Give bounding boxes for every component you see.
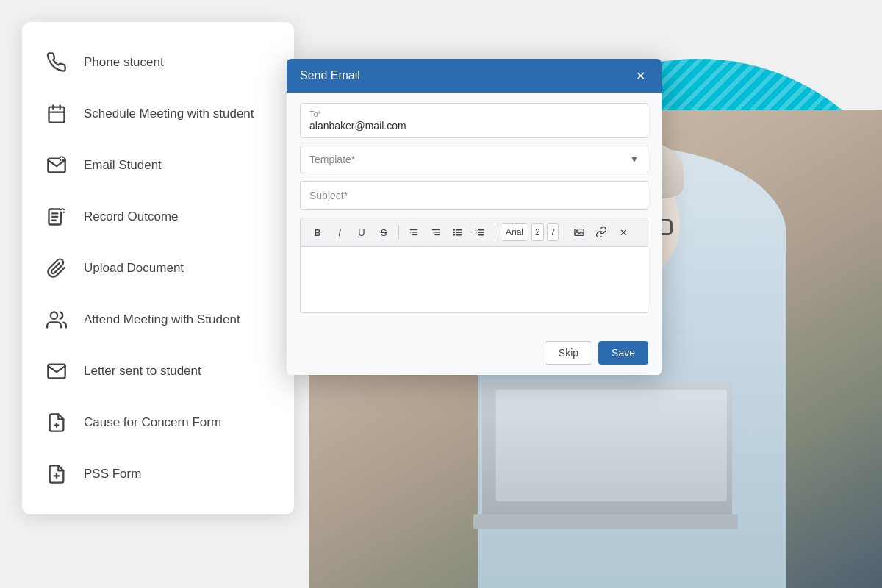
modal-title: Send Email [300, 69, 360, 82]
svg-rect-29 [456, 232, 462, 233]
envelope-icon [43, 357, 71, 385]
clip-icon [43, 254, 71, 282]
italic-button[interactable]: I [330, 223, 349, 242]
svg-rect-35 [478, 234, 484, 236]
email-body-editor[interactable] [300, 247, 648, 313]
remove-format-button[interactable]: ✕ [614, 223, 633, 242]
email-modal: Send Email ✕ To* alanbaker@mail.com Temp… [287, 59, 662, 375]
strikethrough-button[interactable]: S [374, 223, 393, 242]
group-icon [43, 306, 71, 334]
svg-rect-0 [49, 107, 65, 123]
svg-point-14 [51, 312, 57, 319]
to-field-container: To* alanbaker@mail.com [300, 103, 648, 138]
toolbar-separator-1 [398, 226, 399, 239]
svg-rect-30 [456, 234, 462, 236]
action-panel: Phone stucent Schedule Meeting with stud… [22, 22, 294, 514]
to-value: alanbaker@mail.com [309, 120, 639, 132]
svg-rect-28 [456, 229, 462, 231]
svg-point-27 [453, 234, 455, 236]
underline-button[interactable]: U [352, 223, 371, 242]
record-icon [43, 203, 71, 231]
subject-placeholder: Subject* [309, 190, 348, 201]
content-area: Phone stucent Schedule Meeting with stud… [0, 0, 882, 588]
action-label-phone-student: Phone stucent [84, 55, 164, 70]
template-placeholder: Template* [309, 154, 355, 165]
toolbar-separator-2 [495, 226, 495, 239]
calendar-icon [43, 100, 71, 128]
action-item-pss-form[interactable]: PSS Form [22, 448, 294, 500]
font-size2-selector[interactable]: 7 [547, 223, 559, 241]
modal-close-button[interactable]: ✕ [632, 68, 648, 84]
action-item-phone-student[interactable]: Phone stucent [22, 37, 294, 88]
svg-rect-34 [478, 232, 484, 233]
action-item-record-outcome[interactable]: Record Outcome [22, 191, 294, 243]
skip-button[interactable]: Skip [545, 341, 592, 365]
action-label-email-student: Email Student [84, 158, 162, 173]
form-plus-icon [43, 409, 71, 437]
modal-body: To* alanbaker@mail.com Template* ▼ Subje… [287, 93, 662, 334]
template-select[interactable]: Template* ▼ [300, 146, 648, 173]
to-label: To* [309, 110, 639, 118]
form-plus2-icon [43, 460, 71, 488]
phone-icon [43, 49, 71, 76]
action-item-upload-document[interactable]: Upload Document [22, 243, 294, 294]
font-size-selector[interactable]: 2 [531, 223, 544, 241]
action-label-attend-meeting: Attend Meeting with Student [84, 312, 240, 327]
numbered-list-button[interactable]: 1. 2. [470, 223, 490, 242]
bullet-list-button[interactable] [448, 223, 467, 242]
indent-increase-button[interactable] [404, 223, 423, 242]
email-action-icon [43, 151, 71, 179]
action-item-email-student[interactable]: Email Student [22, 140, 294, 191]
action-label-concern-form: Cause for Concern Form [84, 415, 221, 430]
bold-button[interactable]: B [308, 223, 327, 242]
action-label-upload-document: Upload Document [84, 261, 184, 276]
indent-decrease-button[interactable] [426, 223, 445, 242]
subject-field[interactable]: Subject* [300, 181, 648, 210]
chevron-down-icon: ▼ [630, 154, 639, 165]
font-name-selector[interactable]: Arial [501, 223, 528, 241]
toolbar-separator-3 [564, 226, 564, 239]
svg-text:2.: 2. [475, 231, 478, 235]
modal-footer: Skip Save [287, 334, 662, 375]
save-button[interactable]: Save [598, 341, 648, 365]
modal-header: Send Email ✕ [287, 59, 662, 93]
svg-rect-33 [478, 229, 484, 231]
action-item-concern-form[interactable]: Cause for Concern Form [22, 397, 294, 448]
editor-toolbar: B I U S [300, 218, 648, 247]
action-item-schedule-meeting[interactable]: Schedule Meeting with student [22, 88, 294, 140]
action-label-letter-sent: Letter sent to student [84, 364, 201, 379]
svg-point-25 [453, 229, 455, 231]
to-field-box[interactable]: To* alanbaker@mail.com [300, 103, 648, 138]
insert-link-button[interactable] [592, 223, 611, 242]
action-label-pss-form: PSS Form [84, 467, 141, 481]
svg-point-26 [453, 232, 455, 234]
action-item-letter-sent[interactable]: Letter sent to student [22, 345, 294, 397]
insert-image-button[interactable] [570, 223, 589, 242]
action-label-record-outcome: Record Outcome [84, 209, 179, 224]
action-item-attend-meeting[interactable]: Attend Meeting with Student [22, 294, 294, 345]
action-label-schedule-meeting: Schedule Meeting with student [84, 107, 254, 121]
